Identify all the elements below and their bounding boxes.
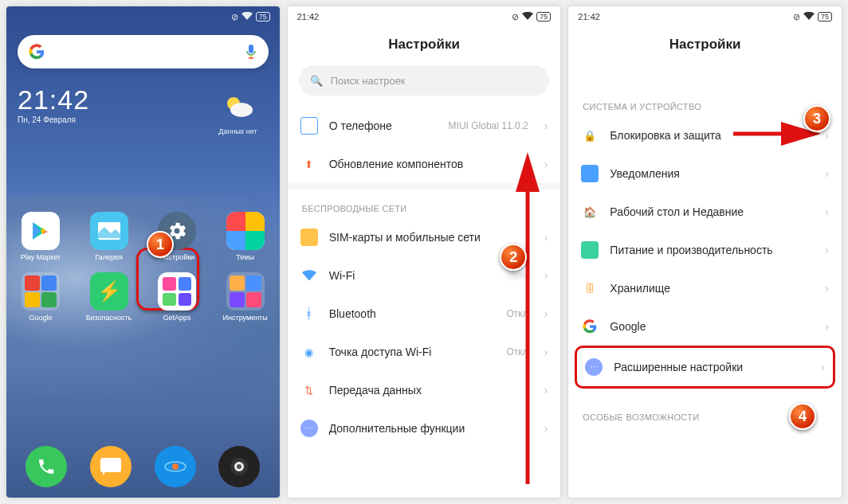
- gallery-icon: [98, 222, 120, 240]
- clock-widget[interactable]: 21:42 Пн, 24 Февраля Данных нет: [18, 84, 269, 124]
- settings-search[interactable]: 🔍 Поиск настроек: [299, 65, 550, 96]
- app-getapps[interactable]: GetApps: [147, 272, 206, 322]
- app-security[interactable]: ⚡ Безопасность: [80, 272, 139, 322]
- mic-icon[interactable]: [245, 44, 257, 60]
- google-search-bar[interactable]: [18, 35, 269, 68]
- message-icon: [100, 458, 121, 475]
- camera-icon: [229, 456, 249, 477]
- dock-phone[interactable]: [26, 446, 67, 487]
- scroll-up-arrow: [516, 166, 540, 487]
- sim-icon: [300, 229, 318, 246]
- battery-indicator: 75: [536, 12, 551, 21]
- page-title: Настройки: [288, 27, 561, 62]
- chevron-right-icon: ›: [544, 346, 548, 358]
- lock-icon: 🔒: [581, 127, 599, 144]
- wifi-icon: [241, 12, 253, 21]
- app-play-market[interactable]: Play Маркет: [11, 212, 70, 261]
- chevron-right-icon: ›: [825, 205, 829, 218]
- chevron-right-icon: ›: [544, 422, 548, 435]
- step-badge-3: 3: [803, 105, 830, 132]
- google-logo-icon: [29, 44, 45, 60]
- status-time: 21:42: [578, 12, 600, 21]
- folder-label: Google: [29, 314, 52, 322]
- status-bar: ⊘ 75: [6, 6, 280, 27]
- row-storage[interactable]: 🗄 Хранилище ›: [568, 269, 842, 307]
- dnd-icon: ⊘: [793, 12, 800, 22]
- app-label: Галерея: [95, 253, 123, 261]
- shield-icon: ⚡: [90, 272, 128, 311]
- home-icon: 🏠: [581, 203, 599, 221]
- step-badge-1: 1: [147, 231, 174, 258]
- folder-google[interactable]: Google: [11, 272, 70, 322]
- svg-rect-6: [100, 458, 121, 472]
- chevron-right-icon: ›: [825, 167, 829, 180]
- chevron-right-icon: ›: [544, 158, 548, 170]
- app-themes[interactable]: Темы: [216, 212, 275, 261]
- wifi-icon: [803, 12, 815, 21]
- app-row-2: Google ⚡ Безопасность GetApps Инструмент…: [11, 272, 275, 322]
- chevron-right-icon: ›: [544, 307, 548, 320]
- status-bar: 21:42 ⊘75: [288, 6, 561, 27]
- status-time: 21:42: [297, 12, 320, 21]
- svg-point-4: [230, 103, 253, 117]
- weather-icon: [221, 89, 256, 124]
- weather-widget[interactable]: Данных нет: [218, 89, 257, 135]
- chevron-right-icon: ›: [544, 119, 548, 132]
- weather-status: Данных нет: [218, 127, 257, 135]
- folder-tools[interactable]: Инструменты: [216, 272, 275, 322]
- dock-browser[interactable]: [155, 446, 196, 487]
- dnd-icon: ⊘: [512, 12, 519, 22]
- row-about-phone[interactable]: О телефоне MIUI Global 11.0.2 ›: [288, 107, 561, 145]
- chevron-right-icon: ›: [825, 129, 829, 142]
- settings-screen-main: 21:42 ⊘75 Настройки 🔍 Поиск настроек О т…: [288, 6, 561, 498]
- chevron-right-icon: ›: [825, 244, 829, 256]
- row-advanced-settings[interactable]: ⋯ Расширенные настройки ›: [577, 348, 833, 386]
- phone-icon: [37, 457, 56, 476]
- folder-label: Инструменты: [223, 314, 268, 322]
- chevron-right-icon: ›: [544, 384, 548, 397]
- app-label: Безопасность: [86, 314, 132, 322]
- globe-icon: [163, 455, 187, 479]
- wifi-icon: [300, 267, 318, 284]
- battery-indicator: 75: [256, 12, 270, 21]
- dock-camera[interactable]: [218, 446, 260, 487]
- row-home-recents[interactable]: 🏠 Рабочий стол и Недавние ›: [568, 193, 842, 231]
- folder-icon: [22, 272, 60, 311]
- app-label: Play Маркет: [21, 253, 61, 261]
- dock-messages[interactable]: [90, 446, 132, 487]
- google-icon: [581, 318, 599, 335]
- chevron-right-icon: ›: [825, 320, 829, 333]
- app-label: GetApps: [163, 314, 191, 322]
- dnd-icon: ⊘: [231, 12, 238, 22]
- bluetooth-icon: ᚼ: [300, 305, 318, 322]
- battery-icon: [581, 241, 599, 259]
- app-label: Темы: [236, 253, 254, 261]
- row-power-performance[interactable]: Питание и производительность ›: [568, 231, 842, 269]
- svg-point-9: [172, 463, 179, 470]
- section-system-device: СИСТЕМА И УСТРОЙСТВО: [568, 62, 842, 116]
- app-row-1: Play Маркет Галерея Настройки Темы: [11, 212, 275, 261]
- search-icon: 🔍: [310, 75, 323, 87]
- row-google[interactable]: Google ›: [568, 307, 842, 346]
- data-transfer-icon: ⇅: [300, 381, 318, 399]
- step-badge-4: 4: [789, 403, 816, 430]
- page-title: Настройки: [568, 27, 842, 62]
- svg-rect-0: [249, 45, 253, 53]
- settings-screen-system: 21:42 ⊘75 Настройки СИСТЕМА И УСТРОЙСТВО…: [568, 6, 842, 498]
- wifi-icon: [522, 12, 533, 21]
- app-gallery[interactable]: Галерея: [80, 212, 139, 261]
- hotspot-icon: ◉: [300, 343, 318, 361]
- arrow-up-icon: ⬆: [300, 155, 318, 173]
- row-notifications[interactable]: Уведомления ›: [568, 154, 842, 193]
- highlight-advanced-settings: ⋯ Расширенные настройки ›: [575, 346, 835, 389]
- folder-icon: [226, 272, 265, 311]
- battery-indicator: 75: [818, 12, 832, 21]
- search-placeholder: Поиск настроек: [331, 75, 406, 87]
- more-icon: ⋯: [300, 420, 318, 437]
- chevron-right-icon: ›: [544, 269, 548, 282]
- status-bar: 21:42 ⊘75: [568, 6, 842, 27]
- svg-point-12: [237, 464, 241, 469]
- more-icon: ⋯: [585, 358, 603, 376]
- play-store-icon: [30, 221, 51, 241]
- phone-outline-icon: [300, 117, 318, 135]
